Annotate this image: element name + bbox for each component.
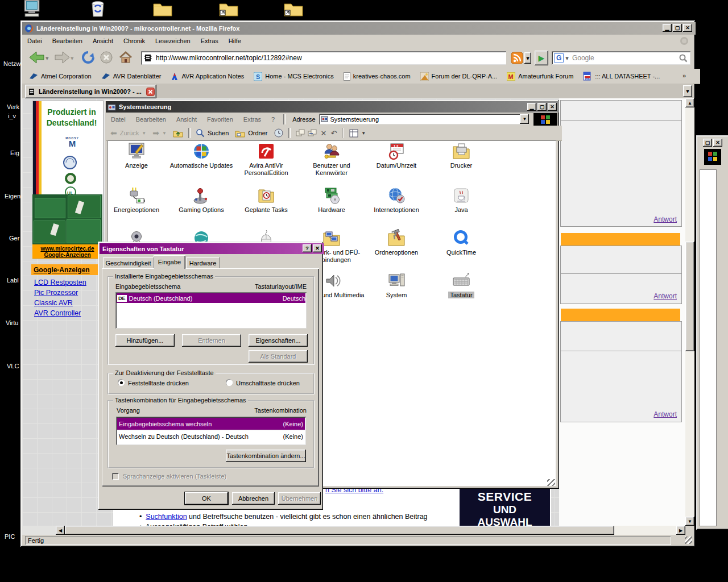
tab-laendereinstellung[interactable]: Ländereinstellung in Win2000? - ... — [25, 85, 156, 98]
cp-folders-label[interactable]: Ordner — [248, 130, 267, 136]
forward-dropdown[interactable]: ▾ — [71, 55, 74, 62]
desktop-folder-icon[interactable] — [152, 1, 173, 18]
tab-geschwindigkeit[interactable]: Geschwindigkeit — [103, 257, 154, 269]
cpl-item-geplante[interactable]: Geplante Tasks — [235, 186, 297, 214]
radio-umschalttaste-label[interactable]: Umschalttaste drücken — [236, 380, 300, 386]
quicktime-icon[interactable] — [452, 229, 470, 247]
cpl-item-system[interactable]: System — [365, 272, 428, 299]
forward-button[interactable] — [53, 50, 71, 66]
tastenkombination-aendern-button[interactable]: Tastenkombination ändern... — [226, 450, 306, 462]
tastatur-label-selected[interactable]: Tastatur — [448, 292, 474, 298]
horizontal-scroll-thumb[interactable] — [65, 526, 614, 535]
background-window-close-button[interactable]: ✕ — [713, 139, 722, 147]
datum-uhrzeit-icon[interactable]: 1 2 — [387, 142, 406, 160]
go-button[interactable]: ▶ — [535, 51, 548, 65]
scroll-down-arrow[interactable]: ▼ — [685, 517, 694, 526]
desktop-label[interactable]: Eigen — [5, 193, 20, 199]
radio-umschalttaste[interactable] — [226, 379, 233, 386]
cp-back-dropdown[interactable]: ▼ — [142, 131, 146, 136]
search-engine-dropdown[interactable]: ▾ — [565, 55, 569, 62]
desktop-label[interactable]: Virtu — [6, 319, 18, 326]
menu-chronik[interactable]: Chronik — [118, 35, 150, 47]
background-window-maximize-button[interactable]: ▢ — [703, 139, 712, 147]
cp-delete-icon[interactable]: ✕ — [321, 129, 327, 138]
control-panel-titlebar[interactable]: Systemsteuerung ▁ ▢ ✕ — [106, 101, 559, 113]
energieoptionen-icon[interactable] — [127, 186, 146, 205]
menu-ansicht[interactable]: Ansicht — [88, 35, 118, 47]
desktop-label[interactable]: Eig — [10, 149, 19, 156]
cp-back-icon[interactable]: ⬅ — [110, 128, 117, 138]
cp-resize-grip[interactable] — [547, 479, 555, 486]
benutzer-kennwoerter-icon[interactable] — [322, 142, 341, 160]
internetoptionen-icon[interactable] — [387, 186, 406, 205]
geplante-tasks-icon[interactable] — [257, 186, 275, 205]
cp-views-icon[interactable] — [349, 129, 358, 138]
antwort-link[interactable]: Antwort — [653, 292, 677, 300]
rss-button[interactable] — [511, 52, 523, 65]
cp-views-dropdown[interactable]: ▼ — [361, 131, 366, 136]
desktop-label[interactable]: Netzw — [3, 60, 21, 67]
vertical-scroll-thumb[interactable] — [685, 242, 694, 351]
scroll-up-arrow[interactable]: ▲ — [685, 98, 694, 107]
anzeige-icon[interactable] — [127, 142, 146, 160]
dialog-close-button[interactable]: ✕ — [313, 244, 322, 252]
url-bar[interactable] — [141, 51, 506, 65]
tab-hardware[interactable]: Hardware — [186, 257, 220, 269]
abbrechen-button[interactable]: Abbrechen — [232, 492, 275, 505]
cpl-item-datum[interactable]: 1 2 Datum/Uhrzeit — [365, 142, 428, 169]
radio-feststelltaste-label[interactable]: Feststelltaste drücken — [128, 380, 189, 386]
resize-grip[interactable] — [685, 537, 692, 544]
cpl-item-gaming[interactable]: Gaming Options — [170, 186, 233, 214]
menu-hilfe[interactable]: Hilfe — [224, 35, 246, 47]
cp-menu-favoriten[interactable]: Favoriten — [202, 114, 238, 125]
ad-link-pic[interactable]: Pic Prozessor — [34, 289, 78, 297]
firefox-close-button[interactable]: ✕ — [683, 24, 692, 32]
cp-up-folder-icon[interactable] — [173, 128, 183, 138]
java-icon[interactable] — [452, 186, 470, 205]
my-computer-icon[interactable] — [23, 0, 44, 19]
desktop-folder-shortcut-icon[interactable] — [218, 1, 239, 18]
antwort-link[interactable]: Antwort — [653, 215, 677, 223]
search-box[interactable]: G ▾ — [552, 51, 690, 65]
ordneroptionen-icon[interactable] — [387, 229, 406, 247]
desktop-label[interactable]: Labl — [7, 277, 19, 284]
desktop-label[interactable]: PIC — [5, 533, 15, 540]
bookmark-kreatives-chaos[interactable]: kreatives-chaos.com — [344, 72, 411, 81]
ad-link-lcd[interactable]: LCD Restposten — [34, 278, 86, 286]
address-dropdown-button[interactable]: ▼ — [520, 114, 529, 124]
background-window[interactable]: ▢ ✕ — [696, 135, 728, 530]
service-ad[interactable]: SERVICE UND AUSWAHL — [460, 488, 550, 526]
banner-ad-microcirtec[interactable]: Produziert in Deutschland! MOOSY M UL ≡R… — [32, 101, 104, 259]
hardware-icon[interactable] — [322, 186, 341, 205]
address-combobox[interactable]: Systemsteuerung ▼ — [319, 114, 530, 124]
hotkey-row-selected[interactable]: Eingabegebietsschema wechseln(Keine) — [117, 418, 305, 430]
cp-undo-icon[interactable]: ↶ — [330, 129, 337, 138]
cp-search-label[interactable]: Suchen — [208, 130, 229, 136]
eigenschaften-button[interactable]: Eigenschaften... — [249, 334, 308, 347]
tab-list-dropdown[interactable]: ▾ — [683, 85, 692, 97]
hotkey-listbox[interactable]: Eingabegebietsschema wechseln(Keine) Wec… — [116, 417, 306, 445]
cp-back-label[interactable]: Zurück — [120, 130, 139, 136]
cp-forward-dropdown[interactable]: ▼ — [162, 131, 167, 136]
url-input[interactable] — [155, 52, 506, 64]
menu-lesezeichen[interactable]: Lesezeichen — [150, 35, 196, 47]
home-button[interactable] — [118, 50, 133, 66]
desktop-label[interactable]: Verk — [7, 103, 19, 110]
cp-menu-datei[interactable]: Datei — [106, 114, 131, 125]
suchfunktion-link[interactable]: Suchfunktion — [146, 513, 187, 521]
cp-forward-icon[interactable]: ➡ — [152, 128, 159, 138]
sounds-multimedia-icon[interactable] — [322, 272, 341, 290]
desktop-folder-shortcut2-icon[interactable] — [283, 1, 304, 18]
cpl-item-ordneroptionen[interactable]: Ordneroptionen — [365, 229, 428, 256]
stop-button[interactable] — [99, 50, 114, 66]
ad-link-classic-avr[interactable]: Classic AVR — [34, 299, 73, 307]
tastatur-icon[interactable] — [452, 272, 470, 290]
back-button[interactable] — [28, 50, 46, 66]
reload-button[interactable] — [81, 50, 96, 66]
hotkey-row[interactable]: Wechseln zu Deutsch (Deutschland) - Deut… — [117, 430, 305, 442]
radio-feststelltaste[interactable] — [118, 379, 125, 386]
bookmark-amateurfunk[interactable]: MAmateurfunk Forum — [507, 72, 573, 81]
cpl-item-anzeige[interactable]: Anzeige — [105, 142, 168, 169]
sprachanzeige-checkbox[interactable] — [112, 473, 119, 480]
cp-menu-hilfe[interactable]: ? — [266, 114, 280, 125]
